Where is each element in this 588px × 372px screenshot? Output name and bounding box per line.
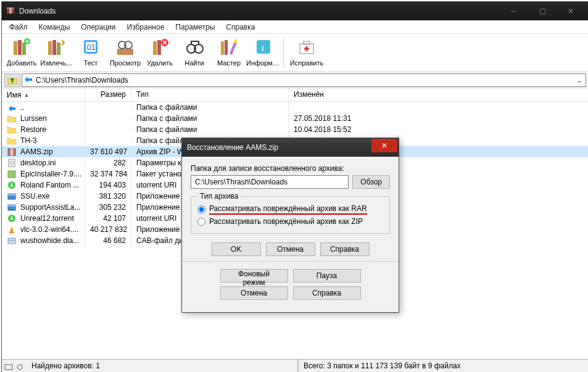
cancel2-button[interactable]: Отмена [220,286,288,300]
menu-favorites[interactable]: Избранное [122,22,170,33]
file-size [85,128,131,131]
file-name: AAMS.zip [20,147,53,156]
file-icon [7,147,17,157]
help2-button[interactable]: Справка [293,286,361,300]
radio-rar-input[interactable] [197,205,205,213]
menu-operations[interactable]: Операции [76,22,120,33]
wizard-label: Мастер [217,59,241,67]
menu-commands[interactable]: Команды [34,22,75,33]
file-icon [7,125,17,134]
up-folder-button[interactable] [4,73,20,87]
extract-button[interactable]: Извлечь... [39,35,73,71]
list-item[interactable]: LurssenПапка с файлами27.05.2018 11:31 [2,113,588,124]
svg-rect-36 [8,194,15,196]
svg-rect-17 [157,40,161,55]
window-title: Downloads [19,7,500,15]
repair-button[interactable]: Исправить [289,35,324,71]
menu-file[interactable]: Файл [4,22,33,33]
svg-rect-9 [57,43,60,55]
svg-rect-22 [225,40,228,55]
col-name[interactable]: Имя ▲ [2,88,85,101]
list-item[interactable]: RestoreПапка с файлами10.04.2018 15:52 [2,124,588,135]
add-button[interactable]: Добавить [4,35,39,71]
file-icon [7,158,17,168]
dialog-close-button[interactable]: ✕ [371,139,397,152]
wizard-icon [218,36,240,58]
svg-rect-8 [52,40,56,55]
info-label: Информация [246,59,281,67]
address-row: ⌄ [2,72,588,88]
file-type: Папка с файлами [131,123,289,136]
svg-rect-42 [5,365,12,370]
file-size: 305 232 [85,201,131,213]
svg-rect-16 [153,41,157,55]
background-button[interactable]: Фоновый режим [220,269,288,283]
find-button[interactable]: Найти [177,35,212,71]
app-icon [6,6,15,17]
dialog-titlebar[interactable]: Восстановление AAMS.zip ✕ [182,138,399,157]
file-type: Папка с файлами [131,101,289,114]
svg-rect-7 [48,41,52,55]
menu-help[interactable]: Справка [221,22,260,33]
books-add-icon [10,36,33,58]
status-left: Найдено архивов: 1 [27,360,298,372]
file-date: 27.05.2018 11:31 [289,112,588,125]
radio-zip-input[interactable] [197,218,205,226]
minimize-button[interactable]: ─ [500,2,528,20]
col-modified[interactable]: Изменён [289,88,588,101]
view-icon [114,36,136,58]
toolbar-separator [283,38,287,68]
file-date [289,105,588,109]
radio-rar-label: Рассматривать повреждённый архив как RAR [209,204,367,215]
books-extract-icon [45,36,67,58]
file-size [85,117,131,120]
repair-label: Исправить [290,59,323,67]
test-button[interactable]: 01 Тест [73,35,108,71]
browse-button[interactable]: Обзор [352,175,390,189]
svg-text:01: 01 [87,43,96,52]
delete-button[interactable]: Удалить [143,35,177,71]
ok-button[interactable]: OK [212,242,261,256]
view-button[interactable]: Просмотр [108,35,143,71]
extract-label: Извлечь... [40,59,72,67]
info-button[interactable]: i Информация [246,35,281,71]
wizard-button[interactable]: Мастер [212,35,246,71]
delete-icon [149,36,171,58]
svg-rect-30 [10,149,13,155]
radio-rar[interactable]: Рассматривать повреждённый архив как RAR [197,203,383,216]
folder-input[interactable] [191,175,349,189]
test-label: Тест [84,59,98,67]
path-input[interactable] [35,76,574,85]
svg-rect-33 [8,171,15,178]
list-header: Имя ▲ Размер Тип Изменён [2,88,588,102]
toolbar: Добавить Извлечь... 01 Тест Просмотр Уда… [2,34,588,72]
col-type[interactable]: Тип [131,88,289,101]
dialog-title: Восстановление AAMS.zip [187,143,371,152]
file-name: SSU.exe [20,192,49,200]
svg-rect-3 [14,41,17,55]
maximize-button[interactable]: ▢ [528,2,557,20]
status-icons [2,360,27,372]
file-size: 40 217 832 [85,223,131,236]
file-icon [7,180,17,190]
folder-label: Папка для записи восстановленного архива… [191,164,390,173]
file-size [85,139,131,143]
file-icon [7,225,17,234]
file-name: Unreal12.torrent [20,214,74,223]
pause-button[interactable]: Пауза [293,269,361,283]
col-size[interactable]: Размер [85,88,131,101]
menu-options[interactable]: Параметры [170,22,220,33]
file-size: 46 682 [85,234,131,247]
file-size [85,105,131,109]
file-size: 381 320 [85,190,131,202]
list-item[interactable]: ..Папка с файлами [2,102,588,113]
help-button[interactable]: Справка [320,242,370,256]
close-button[interactable]: ✕ [557,2,585,20]
chevron-down-icon[interactable]: ⌄ [574,76,584,85]
svg-rect-38 [8,205,15,207]
cancel-button[interactable]: Отмена [266,242,315,256]
path-combobox[interactable]: ⌄ [22,73,586,87]
radio-zip[interactable]: Рассматривать повреждённый архив как ZIP [197,216,383,227]
test-icon: 01 [80,36,102,58]
svg-text:i: i [262,44,263,53]
